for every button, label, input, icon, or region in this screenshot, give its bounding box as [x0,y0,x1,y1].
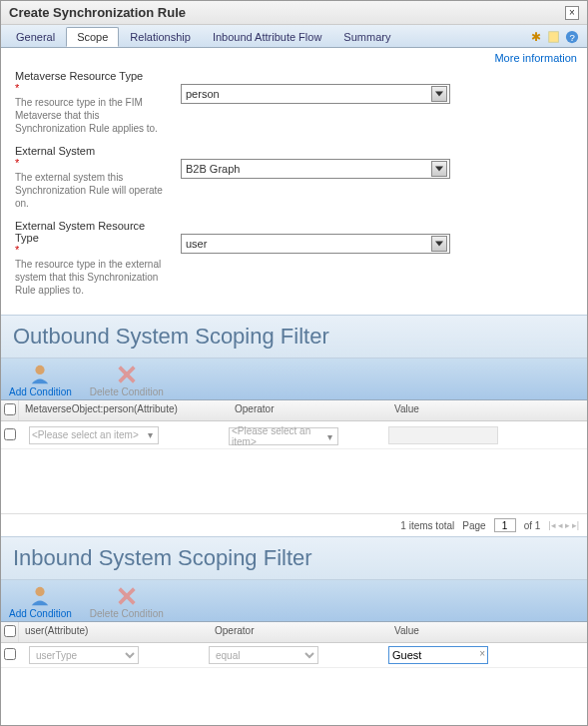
tab-scope[interactable]: Scope [66,27,119,47]
external-system-value: B2B Graph [186,163,240,175]
inbound-grid-body: userType equal × [1,643,587,726]
inbound-attr-dropdown[interactable]: userType [29,646,139,664]
table-row: <Please select an item>▾ <Please select … [1,421,587,449]
delete-condition-label: Delete Condition [90,608,164,619]
svg-text:?: ? [569,32,574,43]
delete-condition-label: Delete Condition [90,386,164,397]
clear-x-icon[interactable]: × [479,648,485,659]
chevron-down-icon [431,161,447,177]
required-marker: * [15,157,19,169]
metaverse-type-value: person [186,88,220,100]
inbound-title: Inbound System Scoping Filter [13,545,575,571]
svg-marker-6 [435,242,443,247]
inbound-header-attr: user(Attribute) [19,622,209,642]
pager-of: of 1 [524,520,541,531]
outbound-value-input [388,426,498,444]
tab-summary[interactable]: Summary [332,27,401,47]
delete-x-icon [116,586,138,606]
outbound-op-dropdown[interactable]: <Please select an item>▾ [229,427,338,445]
table-row: userType equal × [1,643,587,668]
pager-next-icon[interactable]: ▸ [565,520,570,530]
person-add-icon [29,586,51,606]
more-information-link[interactable]: More information [494,52,577,64]
add-condition-button[interactable]: Add Condition [9,586,72,619]
svg-rect-1 [549,32,559,43]
delete-condition-button: Delete Condition [90,586,164,619]
more-info-row: More information [1,48,587,68]
add-condition-label: Add Condition [9,608,72,619]
inbound-value-input[interactable] [388,646,488,664]
note-icon[interactable] [547,30,561,44]
inbound-header-val: Value [388,622,587,642]
outbound-grid-body: <Please select an item>▾ <Please select … [1,421,587,513]
external-type-dropdown[interactable]: user [181,234,450,254]
delete-x-icon [116,364,138,384]
pager-page-input[interactable] [494,518,516,532]
delete-condition-button: Delete Condition [90,364,164,397]
external-system-dropdown[interactable]: B2B Graph [181,159,450,179]
svg-marker-5 [435,167,443,172]
svg-point-10 [36,587,45,596]
placeholder-text: <Please select an item> [232,425,324,447]
outbound-pager: 1 items total Page of 1 |◂ ◂ ▸ ▸| [1,513,587,536]
outbound-attr-dropdown[interactable]: <Please select an item>▾ [29,426,159,444]
svg-point-7 [36,365,45,374]
external-type-value: user [186,238,207,250]
inbound-toolbar: Add Condition Delete Condition [1,580,587,622]
scope-form: Metaverse Resource Type * The resource t… [1,68,587,315]
outbound-header-val: Value [388,400,587,420]
pager-first-icon[interactable]: |◂ [548,520,555,530]
external-type-label: External System Resource Type [15,220,165,244]
inbound-section-header: Inbound System Scoping Filter [1,536,587,580]
svg-text:✱: ✱ [531,30,541,44]
required-marker: * [15,244,19,256]
metaverse-type-label: Metaverse Resource Type [15,70,165,82]
external-system-help: The external system this Synchronization… [15,171,165,210]
inbound-grid-header: user(Attribute) Operator Value [1,622,587,643]
pager-page-label: Page [462,520,485,531]
svg-marker-4 [435,92,443,97]
add-condition-button[interactable]: Add Condition [9,364,72,397]
tab-inbound-attribute-flow[interactable]: Inbound Attribute Flow [202,27,332,47]
dialog-title: Create Synchronization Rule [9,5,186,20]
placeholder-text: <Please select an item> [32,429,139,440]
tabs-bar: General Scope Relationship Inbound Attri… [1,25,587,48]
pager-total: 1 items total [400,520,454,531]
metaverse-type-dropdown[interactable]: person [181,84,450,104]
dialog-titlebar: Create Synchronization Rule × [1,1,587,25]
outbound-section-header: Outbound System Scoping Filter [1,315,587,359]
row-checkbox[interactable] [4,428,16,440]
chevron-down-icon [431,236,447,252]
pager-prev-icon[interactable]: ◂ [558,520,563,530]
metaverse-type-help: The resource type in the FIM Metaverse t… [15,96,165,135]
tab-general[interactable]: General [5,27,66,47]
select-all-checkbox[interactable] [4,625,16,637]
select-all-checkbox[interactable] [4,403,16,415]
pager-last-icon[interactable]: ▸| [572,520,579,530]
inbound-op-dropdown[interactable]: equal [209,646,318,664]
outbound-header-op: Operator [229,400,388,420]
add-condition-label: Add Condition [9,386,72,397]
asterisk-icon[interactable]: ✱ [529,30,543,44]
chevron-down-icon: ▾ [324,431,335,442]
person-add-icon [29,364,51,384]
external-type-help: The resource type in the external system… [15,258,165,297]
outbound-toolbar: Add Condition Delete Condition [1,359,587,400]
row-checkbox[interactable] [4,648,16,660]
required-marker: * [15,82,19,94]
chevron-down-icon: ▾ [144,429,156,440]
close-button[interactable]: × [565,6,579,20]
outbound-grid-header: MetaverseObject:person(Attribute) Operat… [1,400,587,421]
outbound-title: Outbound System Scoping Filter [13,324,575,350]
inbound-header-op: Operator [209,622,388,642]
help-icon[interactable]: ? [565,30,579,44]
external-system-label: External System [15,145,165,157]
chevron-down-icon [431,86,447,102]
outbound-header-attr: MetaverseObject:person(Attribute) [19,400,229,420]
tab-relationship[interactable]: Relationship [119,27,202,47]
